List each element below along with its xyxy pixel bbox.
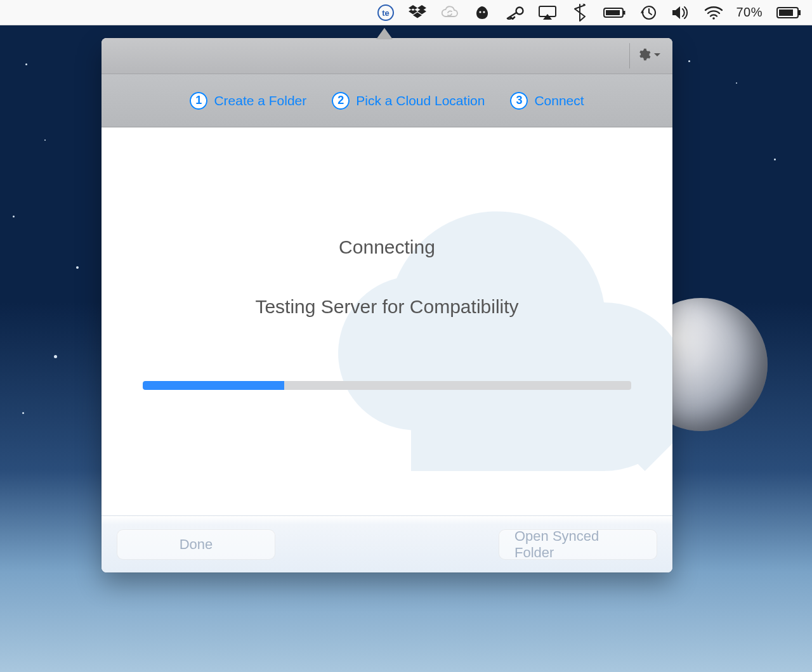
- dropbox-icon[interactable]: [409, 0, 426, 25]
- timemachine-icon[interactable]: [639, 0, 657, 25]
- bluetooth-icon[interactable]: [571, 0, 589, 25]
- open-synced-folder-button[interactable]: Open Synced Folder: [499, 529, 657, 560]
- star-decor: [774, 158, 776, 160]
- svg-point-10: [713, 17, 716, 20]
- svg-rect-8: [606, 10, 620, 15]
- step-label: Pick a Cloud Location: [356, 93, 485, 108]
- done-button[interactable]: Done: [117, 529, 275, 560]
- macos-menubar: te 70%: [0, 0, 812, 25]
- freckle-icon[interactable]: [473, 0, 491, 25]
- svg-point-4: [516, 7, 523, 14]
- svg-text:te: te: [383, 8, 390, 18]
- step-create-folder[interactable]: 1 Create a Folder: [190, 92, 306, 110]
- status-detail: Testing Server for Compatibility: [255, 296, 518, 318]
- volume-icon[interactable]: [671, 0, 690, 25]
- te-icon[interactable]: te: [377, 0, 395, 25]
- progress-fill: [143, 381, 284, 390]
- star-decor: [13, 216, 15, 217]
- star-decor: [688, 60, 690, 62]
- progress-bar: [143, 381, 631, 390]
- popover-content: Connecting Testing Server for Compatibil…: [102, 127, 672, 515]
- svg-point-2: [480, 11, 481, 13]
- battery-icon[interactable]: [776, 0, 802, 25]
- step-badge: 2: [332, 92, 350, 110]
- keyboard-battery-icon[interactable]: [603, 0, 625, 25]
- star-decor: [25, 63, 27, 65]
- popover-titlebar: [102, 38, 672, 74]
- star-decor: [76, 266, 79, 269]
- popover-footer: Done Open Synced Folder: [102, 515, 672, 572]
- wifi-icon[interactable]: [704, 0, 723, 25]
- airplay-icon[interactable]: [538, 0, 557, 25]
- star-decor: [736, 82, 737, 84]
- chevron-down-icon: [653, 50, 661, 61]
- step-label: Create a Folder: [214, 93, 306, 108]
- star-decor: [54, 355, 57, 358]
- step-label: Connect: [534, 93, 584, 108]
- battery-percent-label: 70%: [736, 0, 763, 25]
- key-icon[interactable]: [505, 0, 524, 25]
- wizard-steps: 1 Create a Folder 2 Pick a Cloud Locatio…: [102, 74, 672, 127]
- popover-arrow: [376, 28, 393, 39]
- step-connect[interactable]: 3 Connect: [510, 92, 584, 110]
- cloud-sync-icon[interactable]: [440, 0, 459, 25]
- star-decor: [22, 412, 24, 414]
- svg-point-3: [483, 11, 485, 13]
- star-decor: [44, 139, 46, 141]
- cloud-arrow-watermark-icon: [266, 134, 672, 515]
- status-title: Connecting: [339, 236, 435, 258]
- svg-rect-12: [799, 10, 801, 15]
- svg-rect-13: [779, 10, 793, 16]
- settings-button[interactable]: [629, 43, 667, 68]
- step-badge: 3: [510, 92, 528, 110]
- step-pick-cloud[interactable]: 2 Pick a Cloud Location: [332, 92, 485, 110]
- setup-popover: 1 Create a Folder 2 Pick a Cloud Locatio…: [102, 38, 672, 572]
- gear-icon: [637, 48, 651, 64]
- svg-rect-7: [624, 11, 625, 15]
- step-badge: 1: [190, 92, 207, 110]
